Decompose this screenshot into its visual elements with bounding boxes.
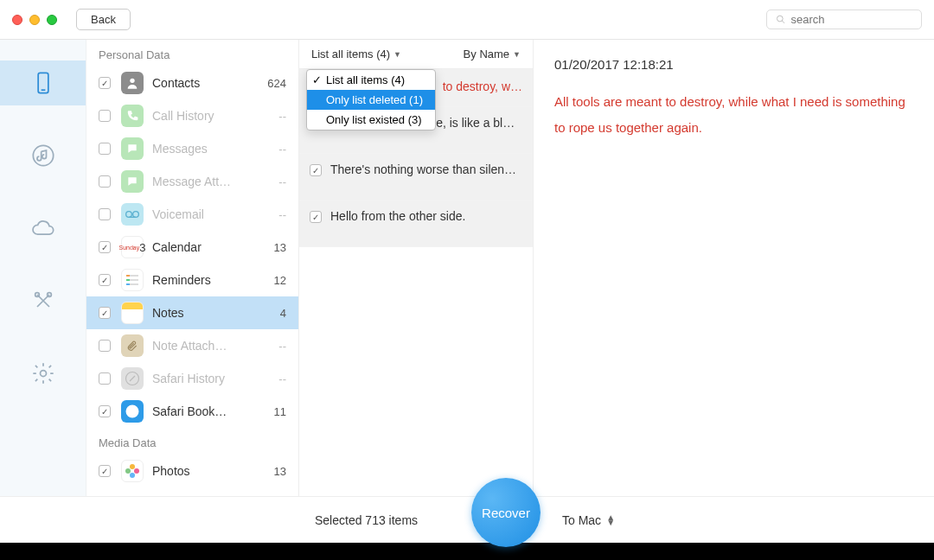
category-label: Messages [152,142,262,156]
category-item[interactable]: Photos13 [86,455,298,487]
music-icon [31,143,55,168]
category-checkbox[interactable] [99,340,111,352]
category-checkbox[interactable] [99,465,111,477]
recover-button[interactable]: Recover [471,478,541,547]
category-label: Photos [152,464,262,478]
category-checkbox[interactable] [99,208,111,220]
list-item[interactable]: Hello from the other side. [299,200,533,247]
ic-msg-icon [121,137,144,160]
destination-select[interactable]: To Mac ▲▼ [562,513,615,527]
category-count: 12 [262,274,286,287]
nav-music[interactable] [0,133,86,178]
ic-msgatt-icon [121,170,144,193]
category-label: Calendar [152,240,262,254]
ic-call-icon [121,105,144,127]
svg-point-10 [133,212,139,218]
ic-cal-icon: Sunday3 [121,236,144,258]
category-item[interactable]: Reminders12 [86,264,298,296]
nav-device[interactable] [0,60,86,105]
item-checkbox[interactable] [310,211,322,223]
category-checkbox[interactable] [99,405,111,417]
category-item[interactable]: Sunday3Calendar13 [86,231,298,264]
category-checkbox[interactable] [99,77,111,89]
selected-count: Selected 713 items [315,513,418,527]
item-checkbox[interactable] [310,164,322,176]
minimize-window-icon[interactable] [29,15,40,25]
search-input[interactable] [791,13,912,26]
sort-label: By Name [464,48,509,60]
category-count: 13 [262,241,286,254]
svg-point-9 [126,212,132,218]
category-item[interactable]: Contacts624 [86,67,298,99]
category-checkbox[interactable] [99,110,111,122]
sort-dropdown[interactable]: By Name ▼ [464,48,521,60]
footer: Selected 713 items Recover To Mac ▲▼ [0,496,934,543]
search-input-wrap[interactable] [766,10,922,29]
svg-point-13 [126,405,139,418]
back-button[interactable]: Back [76,9,131,30]
category-label: Notes [152,306,262,320]
ic-vm-icon [121,203,144,226]
category-label: Reminders [152,273,262,287]
category-label: Safari History [152,372,262,385]
maximize-window-icon[interactable] [47,15,57,25]
svg-point-8 [130,79,134,83]
ic-contacts-icon [121,72,144,94]
ic-rem-icon [121,269,144,291]
category-label: Note Attach… [152,339,262,353]
category-item[interactable]: Notes4 [86,296,298,329]
category-checkbox[interactable] [99,241,111,253]
ic-photos-icon [121,460,144,482]
category-count: -- [262,175,286,188]
nav-tools[interactable] [0,278,86,323]
category-label: Contacts [152,76,262,90]
filter-option[interactable]: List all items (4) [307,70,435,90]
ic-safari-icon [121,367,144,390]
titlebar: Back [0,0,934,40]
ic-safbk-icon [121,400,144,423]
close-window-icon[interactable] [12,15,22,25]
category-label: Message Att… [152,175,262,188]
ic-notes-icon [121,302,144,324]
category-label: Voicemail [152,207,262,221]
category-checkbox[interactable] [99,372,111,385]
nav-settings[interactable] [0,351,86,396]
item-list-column: List all items (4) ▼ By Name ▼ List all … [299,40,534,496]
filter-option[interactable]: Only list existed (3) [307,110,435,130]
category-list: Personal DataContacts624Call History--Me… [86,40,299,496]
tools-icon [31,289,55,313]
search-icon [776,14,786,25]
category-item: Call History-- [86,99,298,132]
destination-label: To Mac [562,513,601,527]
category-count: 11 [262,405,286,418]
category-item: Note Attach…-- [86,329,298,362]
filter-option[interactable]: Only list deleted (1) [307,90,435,110]
category-label: Safari Book… [152,404,262,418]
filter-dropdown-menu: List all items (4)Only list deleted (1)O… [306,69,436,130]
letterbox [0,543,934,560]
item-text: There's nothing worse than silen… [330,162,522,176]
category-item: Message Att…-- [86,165,298,198]
category-checkbox[interactable] [99,143,111,155]
cloud-icon [31,216,55,240]
category-checkbox[interactable] [99,307,111,319]
filter-dropdown[interactable]: List all items (4) ▼ [311,48,401,60]
category-checkbox[interactable] [99,274,111,286]
item-text: Hello from the other side. [330,209,522,223]
category-checkbox[interactable] [99,175,111,188]
category-count: -- [262,143,286,156]
svg-point-0 [777,16,783,22]
filter-label: List all items (4) [311,48,390,60]
chevron-down-icon: ▼ [393,50,401,59]
nav-cloud[interactable] [0,206,86,251]
detail-body: All tools are meant to destroy, while wh… [554,89,913,141]
category-count: 13 [262,465,286,478]
category-item[interactable]: Safari Book…11 [86,395,298,428]
svg-point-7 [40,371,46,377]
category-section-header: Personal Data [86,40,298,67]
device-icon [31,71,55,95]
item-list: to destroy, w…Normal, in our house, is l… [299,69,533,496]
list-item[interactable]: There's nothing worse than silen… [299,154,533,200]
category-count: 4 [262,307,286,320]
category-item: Messages-- [86,132,298,165]
